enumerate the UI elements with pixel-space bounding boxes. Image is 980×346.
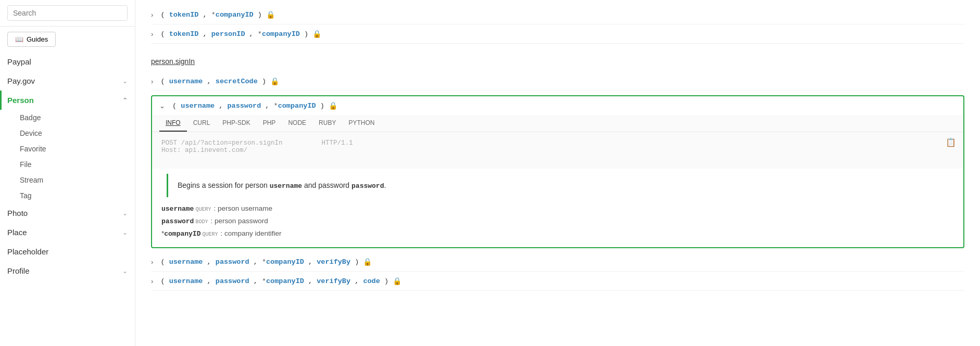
chevron-icon: ⌃ xyxy=(122,97,128,104)
code-block: POST /api/?action=person.signIn HTTP/1.1… xyxy=(152,132,963,169)
param-tokenid-1: tokenID xyxy=(169,11,199,19)
sidebar-item-label: Paypal xyxy=(7,57,31,66)
sidebar-item-paypal[interactable]: Paypal xyxy=(0,52,135,71)
tab-php-sdk[interactable]: PHP-SDK xyxy=(216,115,256,132)
comma-exp-b: , xyxy=(265,102,273,110)
comma-b2c: , xyxy=(308,277,317,285)
param-personid: personID xyxy=(211,30,245,38)
section-link-signin[interactable]: person.signIn xyxy=(151,57,195,66)
param-username-b2: username xyxy=(169,277,203,285)
chevron-down-icon: ⌄ xyxy=(159,102,165,110)
comma-exp-a: , xyxy=(219,102,227,110)
search-input[interactable] xyxy=(7,5,128,21)
params-block: username QUERY : person username passwor… xyxy=(152,202,963,247)
paren-close-2: ) xyxy=(304,30,308,38)
sidebar-item-stream[interactable]: Stream xyxy=(12,172,135,188)
lock-icon-1: 🔒 xyxy=(266,10,275,19)
chevron-icon: ⌄ xyxy=(122,229,128,236)
lock-icon-3: 🔒 xyxy=(270,77,279,85)
param-companyid-exp: companyID xyxy=(278,102,316,110)
book-icon: 📖 xyxy=(15,35,23,43)
guides-label: Guides xyxy=(27,35,48,43)
tab-curl[interactable]: CURL xyxy=(187,115,217,132)
copy-icon[interactable]: 📋 xyxy=(946,137,956,148)
paren-close-exp: ) xyxy=(320,102,324,110)
param-companyid-b1: companyID xyxy=(266,258,304,266)
param-password-b2: password xyxy=(216,277,249,285)
sidebar-item-profile[interactable]: Profile ⌄ xyxy=(0,261,135,280)
sidebar-item-paygov[interactable]: Pay.gov ⌄ xyxy=(0,71,135,91)
chevron-right-icon-2: › xyxy=(151,30,153,38)
param-star-b2: * xyxy=(262,277,266,285)
endpoint-row-2[interactable]: › ( tokenID , personID , *companyID ) 🔒 xyxy=(151,24,964,44)
expanded-header[interactable]: ⌄ ( username , password , *companyID ) 🔒 xyxy=(152,96,963,115)
paren-close-b2: ) xyxy=(384,277,388,285)
param-username-exp: username xyxy=(181,102,215,110)
chevron-right-icon-3: › xyxy=(151,78,153,85)
param-tokenid-2: tokenID xyxy=(169,30,199,38)
sidebar-item-label: Placeholder xyxy=(7,247,48,256)
desc-username: username xyxy=(270,182,302,190)
sidebar-item-place[interactable]: Place ⌄ xyxy=(0,223,135,242)
sidebar-item-favorite[interactable]: Favorite xyxy=(12,141,135,157)
param-badge-password: BODY xyxy=(195,219,208,225)
tab-php[interactable]: PHP xyxy=(257,115,282,132)
paren-open-2: ( xyxy=(156,30,169,38)
sidebar-item-tag[interactable]: Tag xyxy=(12,188,135,203)
comma-b2a: , xyxy=(207,277,216,285)
chevron-icon: ⌄ xyxy=(122,267,128,275)
tab-node[interactable]: NODE xyxy=(282,115,312,132)
param-companyid-2: companyID xyxy=(262,30,300,38)
tab-python[interactable]: PYTHON xyxy=(342,115,381,132)
sidebar-item-person[interactable]: Person ⌃ xyxy=(0,91,135,110)
param-row-username: username QUERY : person username xyxy=(161,202,954,215)
tab-info[interactable]: INFO xyxy=(159,115,187,132)
endpoint-row-1[interactable]: › ( tokenID , *companyID ) 🔒 xyxy=(151,5,964,24)
param-desc-username: : person username xyxy=(213,204,272,212)
paren-close-3: ) xyxy=(262,78,266,85)
sidebar-item-file[interactable]: File xyxy=(12,157,135,172)
sidebar-item-placeholder[interactable]: Placeholder xyxy=(0,242,135,261)
lock-icon-exp: 🔒 xyxy=(329,101,337,110)
sidebar-item-label: Person xyxy=(7,96,34,105)
endpoint-row-verifyby1[interactable]: › ( username , password , *companyID , v… xyxy=(151,252,964,272)
comma-1: , xyxy=(203,11,211,19)
paren-open: ( xyxy=(156,11,169,19)
guides-button[interactable]: 📖 Guides xyxy=(7,32,56,47)
endpoint-expanded-signin: ⌄ ( username , password , *companyID ) 🔒… xyxy=(151,95,964,248)
sidebar-item-device[interactable]: Device xyxy=(12,125,135,141)
param-password-b1: password xyxy=(216,258,249,266)
param-badge-username: QUERY xyxy=(195,207,211,212)
endpoint-row-verifyby2[interactable]: › ( username , password , *companyID , v… xyxy=(151,272,964,291)
chevron-right-icon-4: › xyxy=(151,258,153,266)
chevron-icon: ⌄ xyxy=(122,78,128,85)
description-block: Begins a session for person username and… xyxy=(167,174,949,197)
param-star-2: * xyxy=(258,30,262,38)
param-star-exp: * xyxy=(274,102,278,110)
paren-open-b2: ( xyxy=(156,277,169,285)
sidebar-item-label: Photo xyxy=(7,209,28,217)
comma-b1b: , xyxy=(254,258,262,266)
chevron-icon: ⌄ xyxy=(122,210,128,217)
sidebar-item-badge[interactable]: Badge xyxy=(12,110,135,125)
tab-ruby[interactable]: RUBY xyxy=(312,115,342,132)
param-star-1: * xyxy=(211,11,216,19)
endpoint-signin-simple[interactable]: › ( username , secretCode ) 🔒 xyxy=(151,72,964,91)
sidebar-item-photo[interactable]: Photo ⌄ xyxy=(0,203,135,223)
param-username-simple: username xyxy=(169,78,203,85)
param-verifyby-b2: verifyBy xyxy=(317,277,350,285)
param-name-username: username xyxy=(161,205,194,213)
code-line-2: Host: api.inevent.com/ xyxy=(161,147,954,154)
param-badge-companyid: QUERY xyxy=(202,232,218,237)
param-companyid-b2: companyID xyxy=(266,277,304,285)
param-name-companyid: companyID xyxy=(164,230,200,238)
lock-icon-b1: 🔒 xyxy=(363,258,372,266)
param-star-b1: * xyxy=(262,258,266,266)
param-name-password: password xyxy=(161,217,194,225)
person-sub-items: Badge Device Favorite File Stream Tag xyxy=(0,110,135,203)
comma-3: , xyxy=(207,78,216,85)
param-row-companyid: *companyID QUERY : company identifier xyxy=(161,227,954,240)
sidebar: 📖 Guides Paypal Pay.gov ⌄ Person ⌃ Badge… xyxy=(0,0,135,346)
param-username-b1: username xyxy=(169,258,203,266)
comma-2b: , xyxy=(249,30,258,38)
